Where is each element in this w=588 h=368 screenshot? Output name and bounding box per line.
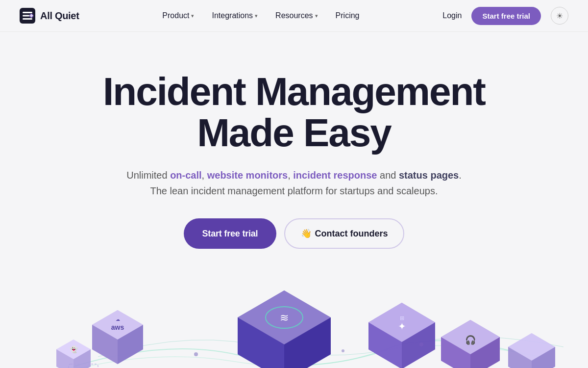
hero-section: Incident Management Made Easy Unlimited … — [0, 32, 588, 278]
nav-cta-button[interactable]: Start free trial — [471, 7, 541, 25]
nav-item-product[interactable]: Product ▾ — [162, 11, 194, 20]
navbar: All Quiet Product ▾ Integrations ▾ Resou… — [0, 0, 588, 32]
logo-link[interactable]: All Quiet — [20, 8, 79, 24]
start-trial-button[interactable]: Start free trial — [184, 218, 277, 249]
logo-icon — [20, 8, 35, 24]
svg-text:👻: 👻 — [70, 345, 78, 354]
contact-founders-button[interactable]: 👋Contact founders — [284, 218, 404, 249]
svg-text:🎧: 🎧 — [465, 335, 476, 345]
nav-link-resources[interactable]: Resources ▾ — [275, 11, 318, 20]
hero-title: Incident Management Made Easy — [103, 71, 485, 154]
svg-rect-1 — [23, 12, 32, 13]
nav-links: Product ▾ Integrations ▾ Resources ▾ Pri… — [162, 11, 359, 20]
nav-link-integrations[interactable]: Integrations ▾ — [212, 11, 258, 20]
svg-point-41 — [342, 349, 344, 352]
nav-item-integrations[interactable]: Integrations ▾ — [212, 11, 258, 20]
logo-text: All Quiet — [40, 10, 79, 22]
nav-link-pricing[interactable]: Pricing — [336, 11, 360, 20]
chevron-down-icon: ▾ — [255, 13, 258, 19]
hero-subtitle: Unlimited on-call, website monitors, inc… — [126, 167, 462, 199]
svg-rect-3 — [23, 18, 32, 20]
svg-rect-2 — [23, 15, 29, 17]
svg-text:☁: ☁ — [116, 317, 120, 322]
nav-link-product[interactable]: Product ▾ — [162, 11, 194, 20]
svg-text:⊞: ⊞ — [400, 315, 404, 321]
nav-item-resources[interactable]: Resources ▾ — [275, 11, 318, 20]
chevron-down-icon: ▾ — [315, 13, 318, 19]
hero-buttons: Start free trial 👋Contact founders — [184, 218, 405, 249]
svg-text:≋: ≋ — [280, 312, 289, 324]
svg-point-40 — [194, 352, 198, 356]
isometric-illustration: aws ☁ 👻 ≋ — [0, 278, 588, 368]
login-link[interactable]: Login — [442, 11, 462, 20]
svg-text:aws: aws — [111, 323, 124, 331]
chevron-down-icon: ▾ — [191, 13, 194, 19]
nav-right: Login Start free trial ☀ — [442, 7, 568, 25]
theme-toggle-button[interactable]: ☀ — [551, 7, 568, 25]
wave-emoji: 👋 — [301, 228, 312, 239]
svg-text:✦: ✦ — [398, 321, 406, 332]
svg-point-42 — [419, 342, 423, 346]
hero-illustration: aws ☁ 👻 ≋ — [0, 278, 588, 368]
nav-item-pricing[interactable]: Pricing — [336, 11, 360, 20]
